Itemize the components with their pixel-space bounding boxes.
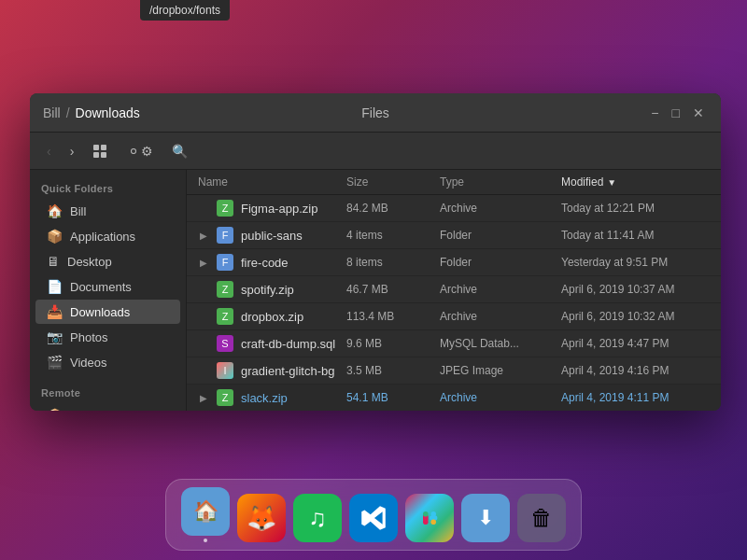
- file-modified: Today at 12:21 PM: [561, 202, 710, 215]
- dock-item-spotify[interactable]: ♫: [293, 494, 342, 542]
- file-name-cell: ▶ F public-sans: [198, 227, 346, 244]
- file-modified: Yesterday at 9:51 PM: [561, 256, 710, 269]
- file-type-icon: Z: [217, 281, 233, 298]
- file-type-text: Folder: [440, 256, 561, 269]
- title-bar: Bill / Downloads Files − □ ✕: [30, 93, 721, 133]
- sidebar-item-downloads[interactable]: 📥 Downloads: [35, 300, 180, 324]
- table-row[interactable]: ▶ F fire-code 8 items Folder Yesterday a…: [187, 249, 721, 276]
- file-size: 46.7 MB: [346, 283, 440, 296]
- sidebar-item-videos[interactable]: 🎬 Videos: [35, 350, 180, 374]
- file-size: 4 items: [346, 229, 440, 242]
- breadcrumb-current[interactable]: Downloads: [76, 105, 140, 120]
- remote-label: Remote: [30, 382, 186, 402]
- sidebar-item-applications[interactable]: 📦 Applications: [35, 224, 180, 248]
- file-type-text: Archive: [440, 283, 561, 296]
- toolbar: ‹ › ⚙ 🔍: [30, 133, 721, 170]
- dock-dot-files: [204, 539, 207, 542]
- search-button[interactable]: 🔍: [166, 140, 193, 162]
- grid-view-button[interactable]: [87, 140, 113, 162]
- file-name-cell: Z Figma-app.zip: [198, 200, 346, 217]
- dock-item-files[interactable]: 🏠: [181, 487, 230, 542]
- sidebar-item-desktop[interactable]: 🖥 Desktop: [35, 249, 180, 273]
- file-name-text: fire-code: [241, 256, 289, 270]
- maximize-button[interactable]: □: [669, 104, 684, 122]
- sidebar-item-photos[interactable]: 📷 Photos: [35, 325, 180, 349]
- table-row[interactable]: Z dropbox.zip 113.4 MB Archive April 6, …: [187, 303, 721, 330]
- table-row[interactable]: ▶ F public-sans 4 items Folder Today at …: [187, 222, 721, 249]
- sidebar-item-dropbox-label: Dropbox: [70, 409, 116, 412]
- sidebar-item-desktop-label: Desktop: [67, 255, 112, 269]
- file-type-text: Archive: [440, 310, 561, 323]
- sort-arrow-icon: ▼: [607, 177, 616, 188]
- table-row[interactable]: Z spotify.zip 46.7 MB Archive April 6, 2…: [187, 276, 721, 303]
- dock-downloads-icon: ⬇: [461, 494, 510, 542]
- dock-item-slack[interactable]: [405, 494, 454, 542]
- minimize-button[interactable]: −: [647, 104, 662, 122]
- file-name-text: gradient-glitch-bg: [241, 364, 334, 378]
- file-type-text: Archive: [440, 391, 561, 404]
- dock-item-downloads[interactable]: ⬇: [461, 494, 510, 542]
- breadcrumb-parent[interactable]: Bill: [43, 105, 61, 120]
- videos-icon: 🎬: [47, 355, 63, 370]
- home-icon: 🏠: [47, 203, 63, 218]
- file-type-icon: Z: [217, 389, 233, 406]
- desktop-icon: 🖥: [47, 254, 60, 269]
- table-row[interactable]: I gradient-glitch-bg 3.5 MB JPEG Image A…: [187, 357, 721, 385]
- file-name-cell: I gradient-glitch-bg: [198, 362, 346, 379]
- file-type-icon: F: [217, 227, 233, 244]
- sidebar-item-bill[interactable]: 🏠 Bill: [35, 199, 180, 223]
- dock-files-icon: 🏠: [181, 487, 230, 536]
- sidebar-item-applications-label: Applications: [70, 230, 135, 244]
- table-row[interactable]: S craft-db-dump.sql 9.6 MB MySQL Datab..…: [187, 330, 721, 357]
- file-type-text: MySQL Datab...: [440, 337, 561, 350]
- file-name-text: slack.zip: [241, 391, 288, 405]
- dock-item-vscode[interactable]: [349, 494, 398, 542]
- svg-rect-0: [93, 145, 99, 150]
- file-name-cell: S craft-db-dump.sql: [198, 335, 346, 352]
- file-name-text: craft-db-dump.sql: [241, 337, 335, 351]
- close-button[interactable]: ✕: [689, 104, 708, 122]
- forward-button[interactable]: ›: [64, 140, 80, 162]
- column-header-modified[interactable]: Modified ▼: [561, 175, 710, 189]
- tooltip-bar: /dropbox/fonts: [140, 0, 230, 21]
- content-area: Quick Folders 🏠 Bill 📦 Applications 🖥 De…: [30, 170, 721, 411]
- column-header-type[interactable]: Type: [440, 175, 561, 189]
- sidebar-item-documents[interactable]: 📄 Documents: [35, 274, 180, 299]
- file-name-text: spotify.zip: [241, 283, 294, 297]
- applications-icon: 📦: [47, 229, 63, 244]
- file-modified: April 6, 2019 10:32 AM: [561, 310, 710, 323]
- sidebar: Quick Folders 🏠 Bill 📦 Applications 🖥 De…: [30, 170, 187, 411]
- expand-arrow-icon[interactable]: ▶: [198, 393, 209, 403]
- expand-arrow-icon[interactable]: ▶: [198, 231, 209, 241]
- window-title: Files: [361, 105, 389, 120]
- file-rows-container: Z Figma-app.zip 84.2 MB Archive Today at…: [187, 195, 721, 411]
- file-type-icon: I: [217, 362, 233, 379]
- back-button[interactable]: ‹: [41, 140, 57, 162]
- sidebar-item-dropbox[interactable]: 📦 Dropbox: [35, 403, 180, 411]
- svg-rect-3: [101, 152, 106, 158]
- dock-item-firefox[interactable]: 🦊: [237, 494, 286, 542]
- settings-button[interactable]: ⚙: [120, 140, 159, 162]
- column-header-name[interactable]: Name: [198, 175, 346, 189]
- column-header-size[interactable]: Size: [346, 175, 440, 189]
- expand-arrow-icon[interactable]: ▶: [198, 258, 209, 268]
- dock-trash-icon: 🗑: [517, 494, 566, 542]
- tooltip-text: /dropbox/fonts: [149, 4, 220, 17]
- file-modified: April 4, 2019 4:16 PM: [561, 364, 710, 377]
- svg-rect-1: [101, 145, 106, 150]
- table-row[interactable]: Z Figma-app.zip 84.2 MB Archive Today at…: [187, 195, 721, 222]
- file-type-text: JPEG Image: [440, 364, 561, 377]
- file-size: 3.5 MB: [346, 364, 440, 377]
- dock-item-trash[interactable]: 🗑: [517, 494, 566, 542]
- dock: 🏠 🦊 ♫ ⬇ 🗑: [165, 479, 582, 551]
- file-manager-window: Bill / Downloads Files − □ ✕ ‹ ›: [30, 93, 721, 411]
- file-list: Name Size Type Modified ▼ Z Figma-app.zi…: [187, 170, 721, 411]
- file-name-cell: ▶ F fire-code: [198, 254, 346, 271]
- dropbox-icon: 📦: [47, 408, 63, 411]
- file-size: 54.1 MB: [346, 391, 440, 404]
- file-size: 84.2 MB: [346, 202, 440, 215]
- file-name-text: public-sans: [241, 229, 303, 243]
- file-modified: April 6, 2019 10:37 AM: [561, 283, 710, 296]
- svg-rect-2: [93, 152, 99, 158]
- table-row[interactable]: ▶ Z slack.zip 54.1 MB Archive April 4, 2…: [187, 385, 721, 411]
